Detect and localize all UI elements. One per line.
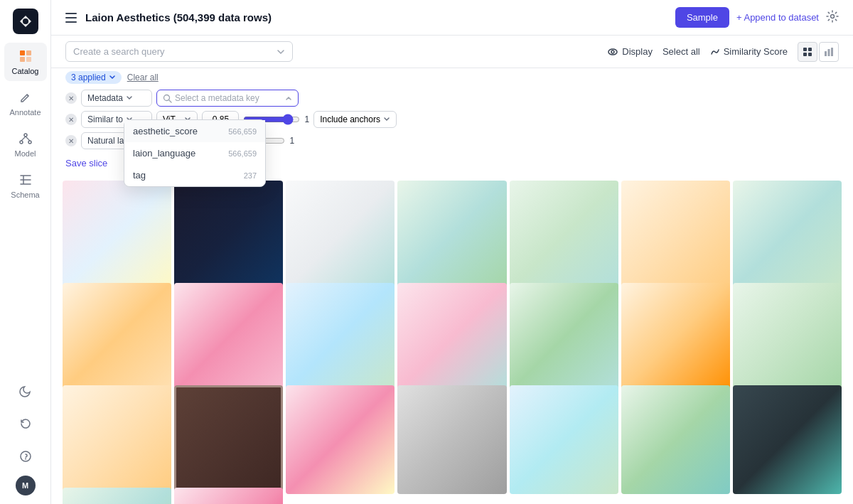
search-small-icon (163, 94, 172, 103)
page-title: Laion Aesthetics (504,399 data rows) (85, 11, 667, 23)
app-logo[interactable] (13, 9, 38, 34)
svg-rect-18 (828, 49, 830, 56)
settings-button[interactable] (826, 10, 839, 25)
image-cell[interactable] (397, 181, 506, 289)
catalog-icon (18, 48, 33, 64)
header-actions: Sample + Append to dataset (675, 7, 839, 28)
image-cell[interactable] (621, 385, 730, 494)
filter-type-metadata[interactable]: Metadata (81, 90, 152, 107)
image-cell[interactable] (63, 385, 171, 494)
image-grid (51, 175, 853, 504)
image-cell[interactable] (174, 488, 283, 504)
image-cell[interactable] (174, 385, 283, 494)
svg-rect-5 (26, 57, 31, 62)
sidebar-item-catalog[interactable]: Catalog (4, 43, 47, 81)
image-cell[interactable] (286, 181, 395, 289)
image-cell[interactable] (621, 283, 730, 392)
svg-point-1 (23, 18, 28, 24)
max-value-natural: 1 (289, 136, 294, 146)
svg-point-9 (21, 451, 31, 461)
svg-rect-19 (831, 48, 833, 56)
similarity-score-button[interactable]: Similarity Score (710, 46, 788, 57)
eye-icon (607, 46, 618, 58)
clear-all-button[interactable]: Clear all (127, 73, 159, 82)
image-cell[interactable] (733, 385, 842, 494)
dropdown-item-tag[interactable]: tag 237 (124, 164, 265, 186)
svg-rect-14 (808, 48, 812, 51)
chart-view-button[interactable] (819, 42, 839, 62)
svg-rect-15 (803, 53, 807, 56)
image-cell[interactable] (174, 181, 283, 289)
dropdown-item-aesthetic-score[interactable]: aesthetic_score 566,659 (124, 120, 265, 142)
svg-point-20 (164, 95, 170, 100)
anchors-chevron-icon (383, 116, 390, 123)
avatar[interactable]: M (16, 476, 36, 495)
night-mode-button[interactable] (4, 377, 47, 404)
filter-applied-row: 3 applied Clear all (51, 68, 853, 90)
image-cell[interactable] (63, 181, 171, 289)
display-button[interactable]: Display (607, 46, 653, 58)
image-cell[interactable] (174, 283, 283, 392)
image-cell[interactable] (286, 385, 395, 494)
menu-button[interactable] (65, 13, 77, 23)
search-query-input[interactable]: Create a search query (65, 41, 293, 62)
image-cell[interactable] (397, 385, 506, 494)
svg-point-12 (611, 50, 614, 53)
dropdown-count-tag: 237 (244, 171, 257, 180)
applied-chevron-icon (109, 74, 116, 81)
image-cell[interactable] (63, 488, 171, 504)
catalog-label: Catalog (12, 67, 39, 75)
image-cell[interactable] (733, 181, 842, 289)
schema-label: Schema (11, 191, 39, 199)
svg-rect-13 (803, 48, 807, 51)
dropdown-item-laion-language[interactable]: laion_language 566,659 (124, 142, 265, 164)
filter-natural-remove[interactable]: ✕ (65, 135, 77, 146)
search-query-placeholder: Create a search query (73, 46, 165, 57)
image-cell[interactable] (63, 283, 171, 392)
refresh-icon (18, 416, 33, 431)
filter-type-similar-label: Similar to (87, 114, 123, 124)
svg-rect-16 (808, 53, 812, 56)
sidebar-item-annotate[interactable]: Annotate (4, 84, 47, 122)
applied-count: 3 applied (71, 73, 106, 82)
select-all-button[interactable]: Select all (662, 46, 700, 57)
filter-metadata-remove[interactable]: ✕ (65, 92, 77, 104)
chevron-up-icon (285, 95, 292, 102)
help-button[interactable] (4, 443, 47, 470)
image-cell[interactable] (621, 181, 730, 289)
svg-rect-3 (26, 50, 31, 55)
dropdown-arrow-icon (277, 48, 285, 56)
svg-point-11 (608, 49, 617, 55)
sample-button[interactable]: Sample (675, 7, 729, 28)
image-cell[interactable] (510, 283, 618, 392)
max-value-similar: 1 (304, 114, 309, 124)
image-cell[interactable] (286, 283, 395, 392)
image-cell[interactable] (510, 385, 618, 494)
filter-type-metadata-label: Metadata (87, 93, 123, 103)
metadata-key-selector[interactable]: Select a metadata key (156, 90, 299, 107)
grid-icon (803, 47, 812, 57)
applied-badge: 3 applied (65, 71, 122, 84)
schema-icon (18, 172, 33, 188)
display-label: Display (622, 46, 653, 57)
svg-point-6 (24, 134, 27, 136)
image-cell[interactable] (510, 181, 618, 289)
svg-point-10 (831, 15, 835, 18)
filter-similar-remove[interactable]: ✕ (65, 114, 77, 125)
view-toggle (798, 42, 839, 62)
model-label: Model (15, 149, 36, 158)
image-cell[interactable] (397, 283, 506, 392)
similarity-label: Similarity Score (724, 46, 788, 57)
metadata-key-placeholder: Select a metadata key (175, 93, 259, 103)
refresh-button[interactable] (4, 410, 47, 437)
annotate-icon (18, 90, 33, 105)
append-button[interactable]: + Append to dataset (736, 12, 819, 23)
image-cell[interactable] (733, 283, 842, 392)
sidebar-item-model[interactable]: Model (4, 125, 47, 163)
help-icon (18, 449, 33, 464)
grid-view-button[interactable] (798, 42, 817, 62)
save-slice-button[interactable]: Save slice (65, 158, 107, 168)
sidebar-item-schema[interactable]: Schema (4, 166, 47, 205)
include-anchors-button[interactable]: Include anchors (313, 111, 397, 128)
chart-icon (824, 47, 834, 57)
